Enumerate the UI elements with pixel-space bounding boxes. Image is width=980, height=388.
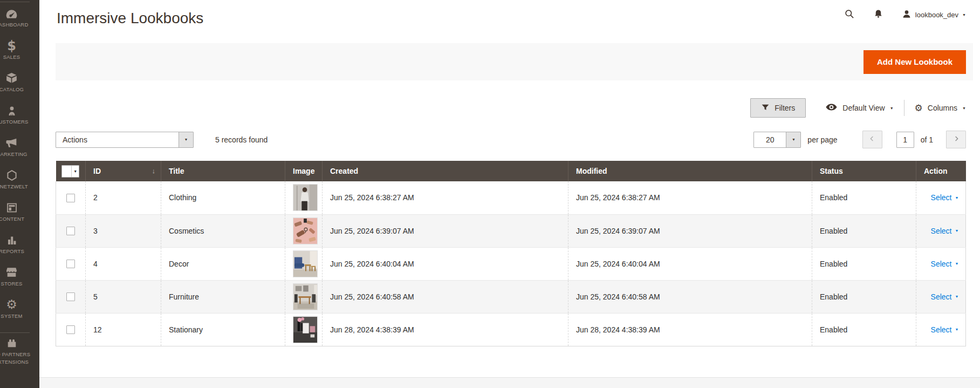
chevron-down-icon: ▼ xyxy=(792,138,796,141)
page-footer xyxy=(39,377,980,388)
sidebar-item-marketing[interactable]: MARKETING xyxy=(0,136,39,168)
notifications-button[interactable] xyxy=(873,9,883,21)
cell-modified: Jun 25, 2024 6:38:27 AM xyxy=(568,181,812,214)
row-action-select[interactable]: Select ▼ xyxy=(931,292,959,301)
table-row: 5 Furniture Jun 25, 2024 6:40:58 AM Jun … xyxy=(56,280,966,313)
chevron-down-icon: ▼ xyxy=(962,13,966,17)
records-found-text: 5 records found xyxy=(215,135,268,144)
sidebar-divider xyxy=(0,332,30,333)
bell-icon xyxy=(873,9,883,21)
column-header-image: Image xyxy=(285,161,323,181)
default-view-dropdown[interactable]: Default View ▼ xyxy=(825,101,893,115)
column-header-action: Action xyxy=(916,161,966,181)
per-page-caret[interactable]: ▼ xyxy=(786,132,800,147)
previous-page-button[interactable] xyxy=(862,131,882,148)
sidebar-item-label: MARKETING xyxy=(0,151,28,157)
chevron-down-icon: ▼ xyxy=(955,262,958,266)
select-all-header: ▼ xyxy=(56,161,86,181)
sidebar-item-stores[interactable]: STORES xyxy=(0,266,39,298)
lookbooks-grid: ▼ ID ↓ Title Image Created Modified Stat… xyxy=(56,161,966,346)
row-action-select[interactable]: Select ▼ xyxy=(931,260,959,268)
select-all-checkbox[interactable] xyxy=(62,166,71,177)
status-value: Enabled xyxy=(812,280,916,313)
row-checkbox[interactable] xyxy=(66,292,75,301)
cell-id: 2 xyxy=(86,181,161,214)
admin-app: DASHBOARD $ SALES CATALOG CUSTOMERS xyxy=(0,0,980,388)
sidebar-item-label: STORES xyxy=(1,281,22,287)
column-header-created[interactable]: Created xyxy=(323,161,568,181)
sidebar-item-label: SALES xyxy=(3,54,20,60)
chevron-down-icon: ▼ xyxy=(955,196,958,200)
chevron-down-icon: ▼ xyxy=(955,328,958,331)
current-page-input[interactable] xyxy=(896,132,914,148)
row-checkbox[interactable] xyxy=(66,194,75,202)
table-row: 3 Cosmetics xyxy=(56,214,966,247)
sidebar-item-sales[interactable]: $ SALES xyxy=(0,39,39,71)
sidebar-item-dashboard[interactable]: DASHBOARD xyxy=(0,6,39,39)
cell-created: Jun 25, 2024 6:38:27 AM xyxy=(323,181,568,214)
sidebar-divider xyxy=(0,2,30,2)
actions-dropdown-value: Actions xyxy=(56,132,179,147)
row-checkbox[interactable] xyxy=(66,325,75,334)
sidebar-item-reports[interactable]: REPORTS xyxy=(0,233,39,266)
table-row: 12 Stationary Jun 28, 2024 4:38:39 AM Ju… xyxy=(56,313,966,346)
sidebar-item-netzwelt[interactable]: T NETZWELT xyxy=(0,168,39,201)
cell-modified: Jun 25, 2024 6:40:04 AM xyxy=(568,247,812,280)
grid-controls: Filters Default View ▼ ⚙ Columns ▼ xyxy=(56,98,966,118)
sidebar-item-label: CUSTOMERS xyxy=(0,119,29,125)
sidebar-item-catalog[interactable]: CATALOG xyxy=(0,71,39,104)
search-button[interactable] xyxy=(844,9,855,21)
add-new-lookbook-button[interactable]: Add New Lookbook xyxy=(864,50,966,74)
chevron-down-icon: ▼ xyxy=(955,295,958,298)
per-page-dropdown[interactable]: 20 ▼ xyxy=(753,132,801,148)
column-header-id[interactable]: ID ↓ xyxy=(86,161,161,181)
actions-dropdown-caret[interactable]: ▼ xyxy=(179,132,193,147)
filters-button[interactable]: Filters xyxy=(750,98,806,118)
status-value: Enabled xyxy=(812,247,916,280)
table-row: 4 Decor Jun 25, 2024 6:40:04 AM Jun 25, … xyxy=(56,247,966,280)
grid-actions-row: Actions ▼ 5 records found 20 ▼ per page … xyxy=(56,131,966,148)
columns-dropdown[interactable]: ⚙ Columns ▼ xyxy=(915,103,966,113)
next-page-button[interactable] xyxy=(946,131,966,148)
gear-icon: ⚙ xyxy=(915,103,923,113)
column-header-status[interactable]: Status xyxy=(812,161,916,181)
column-header-modified[interactable]: Modified xyxy=(568,161,812,181)
sidebar-item-label: EXTENSIONS xyxy=(0,359,29,365)
filter-funnel-icon xyxy=(761,103,770,113)
row-checkbox[interactable] xyxy=(66,227,75,235)
sidebar-item-system[interactable]: ⚙ SYSTEM xyxy=(0,298,39,330)
row-action-select[interactable]: Select ▼ xyxy=(931,193,959,202)
cell-modified: Jun 25, 2024 6:39:07 AM xyxy=(568,214,812,247)
row-action-select[interactable]: Select ▼ xyxy=(931,325,959,334)
sidebar-item-find-partners-extensions[interactable]: ND PARTNERS EXTENSIONS xyxy=(0,336,39,369)
select-all-dropdown[interactable]: ▼ xyxy=(61,165,79,178)
cell-created: Jun 28, 2024 4:38:39 AM xyxy=(323,313,568,346)
column-header-title[interactable]: Title xyxy=(161,161,285,181)
sidebar-item-label: SYSTEM xyxy=(1,313,22,319)
sidebar-item-customers[interactable]: CUSTOMERS xyxy=(0,104,39,136)
sales-icon: $ xyxy=(7,39,16,52)
lookbook-thumbnail-clothing xyxy=(293,184,318,211)
eye-icon xyxy=(825,101,838,115)
sidebar-item-label: ND PARTNERS xyxy=(0,351,30,357)
row-checkbox[interactable] xyxy=(66,260,75,268)
main-content: Immersive Lookbooks lookbook_dev ▼ xyxy=(39,0,980,388)
page-actions-band: Add New Lookbook xyxy=(56,43,973,80)
user-avatar-icon xyxy=(902,9,912,21)
filters-label: Filters xyxy=(775,104,795,112)
hexagon-icon xyxy=(5,168,18,182)
chevron-right-icon xyxy=(952,134,961,145)
sidebar-item-label: REPORTS xyxy=(0,248,24,254)
admin-header-actions: lookbook_dev ▼ xyxy=(844,9,966,21)
sidebar-item-label: T NETZWELT xyxy=(0,183,28,189)
default-view-label: Default View xyxy=(842,104,885,112)
content-icon xyxy=(5,201,18,214)
sidebar-item-content[interactable]: CONTENT xyxy=(0,201,39,233)
user-menu[interactable]: lookbook_dev ▼ xyxy=(902,9,966,21)
actions-dropdown[interactable]: Actions ▼ xyxy=(56,132,194,148)
lookbook-thumbnail-furniture xyxy=(293,283,318,310)
select-all-caret[interactable]: ▼ xyxy=(71,166,79,177)
chevron-down-icon: ▼ xyxy=(955,229,958,233)
customers-icon xyxy=(5,104,18,117)
row-action-select[interactable]: Select ▼ xyxy=(931,227,959,235)
